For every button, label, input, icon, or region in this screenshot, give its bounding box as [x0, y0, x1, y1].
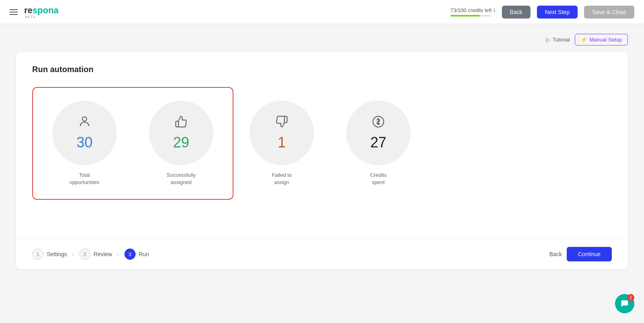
- person-icon: [78, 115, 91, 131]
- failed-assign-stat: 1 Failed toassign: [233, 91, 330, 196]
- lightning-icon: ⚡: [581, 37, 587, 43]
- credits-spent-label: Creditsspent: [370, 172, 386, 186]
- credits-section: 73/100 credits left ℹ: [450, 7, 495, 17]
- credits-spent-number: 27: [370, 134, 386, 151]
- step-1-circle: 1: [32, 248, 43, 260]
- step-3-label: Run: [139, 251, 149, 257]
- step-3-circle: 3: [124, 248, 136, 260]
- credits-fill: [450, 15, 480, 17]
- play-icon: ▷: [546, 37, 550, 43]
- credits-info-icon[interactable]: ℹ: [493, 8, 495, 13]
- credits-spent-stat: 27 Creditsspent: [330, 91, 427, 196]
- step-2: 2 Review: [79, 248, 112, 260]
- step-2-number: 2: [83, 251, 86, 257]
- step-2-label: Review: [94, 251, 112, 257]
- total-opportunities-label: Totalopportunities: [70, 172, 99, 186]
- manual-setup-label: Manual Setup: [590, 37, 622, 43]
- tutorial-label: Tutorial: [553, 37, 570, 43]
- total-opportunities-circle: 30: [52, 101, 117, 165]
- logo-re: re: [24, 5, 33, 15]
- card-title: Run automation: [32, 65, 612, 74]
- back-button[interactable]: Back: [502, 6, 530, 19]
- logo: respona BETA: [24, 5, 59, 19]
- successfully-assigned-stat: 29 Successfullyassigned: [133, 91, 229, 196]
- header-left: respona BETA: [10, 5, 59, 19]
- step-arrow-1: ›: [72, 250, 74, 259]
- step-1: 1 Settings: [32, 248, 67, 260]
- footer-actions: Back Continue: [549, 247, 612, 261]
- successfully-assigned-label: Successfullyassigned: [167, 172, 196, 186]
- credits-bar: [450, 15, 491, 17]
- header: respona BETA 73/100 credits left ℹ Back …: [0, 0, 644, 24]
- step-3-number: 3: [128, 251, 131, 257]
- svg-point-0: [83, 117, 87, 121]
- total-opportunities-stat: 30 Totalopportunities: [36, 91, 133, 196]
- step-3: 3 Run: [124, 248, 149, 260]
- credits-text: 73/100 credits left ℹ: [450, 7, 495, 13]
- thumbs-up-icon: [175, 115, 188, 131]
- successfully-assigned-circle: 29: [149, 101, 213, 165]
- hamburger-menu[interactable]: [10, 9, 18, 15]
- logo-spona: spona: [33, 5, 59, 15]
- stats-row: 30 Totalopportunities 29 Successful: [32, 87, 612, 200]
- logo-text: respona: [24, 5, 59, 16]
- steps-indicator: 1 Settings › 2 Review › 3: [32, 248, 149, 260]
- manual-setup-button[interactable]: ⚡ Manual Setup: [575, 34, 628, 46]
- dollar-circle-icon: [372, 115, 385, 131]
- highlighted-stats: 30 Totalopportunities 29 Successful: [32, 87, 233, 200]
- footer-back-button[interactable]: Back: [549, 251, 562, 257]
- next-step-button[interactable]: Next Step: [537, 6, 578, 19]
- step-2-circle: 2: [79, 248, 91, 260]
- header-right: 73/100 credits left ℹ Back Next Step Sav…: [450, 6, 634, 19]
- successfully-assigned-number: 29: [173, 134, 189, 151]
- run-automation-card: Run automation 30 Totaloppor: [16, 52, 628, 269]
- credits-spent-circle: 27: [346, 101, 411, 165]
- card-footer: 1 Settings › 2 Review › 3: [16, 238, 628, 269]
- step-1-label: Settings: [47, 251, 67, 257]
- total-opportunities-number: 30: [76, 134, 93, 151]
- failed-assign-circle: 1: [250, 101, 314, 165]
- save-close-button[interactable]: Save & Close: [584, 6, 634, 19]
- thumbs-down-icon: [275, 115, 288, 131]
- tutorial-button[interactable]: ▷ Tutorial: [546, 34, 570, 46]
- failed-assign-number: 1: [278, 134, 286, 151]
- step-1-number: 1: [36, 251, 39, 257]
- logo-beta: BETA: [25, 15, 36, 19]
- step-arrow-2: ›: [117, 250, 120, 259]
- top-actions: ▷ Tutorial ⚡ Manual Setup: [16, 34, 628, 46]
- continue-button[interactable]: Continue: [567, 247, 612, 261]
- credits-label: 73/100 credits left: [450, 7, 492, 13]
- main-content: ▷ Tutorial ⚡ Manual Setup Run automation: [0, 24, 644, 279]
- failed-assign-label: Failed toassign: [272, 172, 292, 186]
